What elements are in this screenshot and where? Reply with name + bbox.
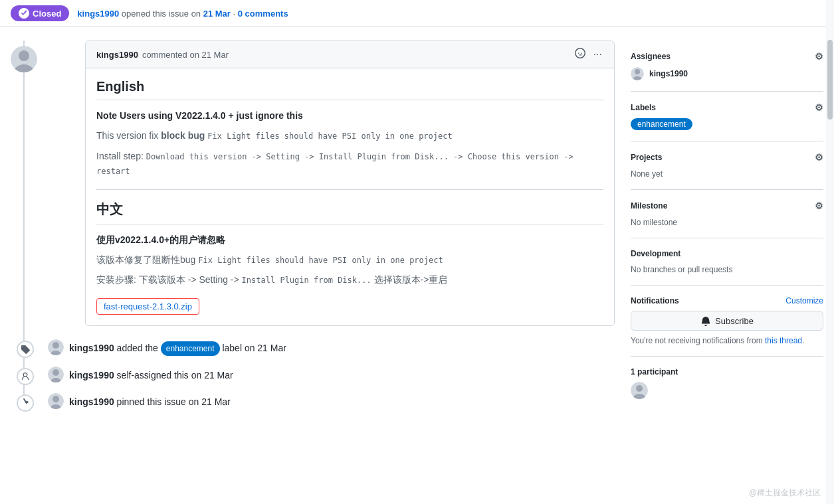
main-comment-wrapper: kings1990 commented on 21 Mar ··· (48, 41, 615, 326)
install-prefix: Install step: (96, 151, 146, 161)
header-meta: kings1990 opened this issue on 21 Mar · … (77, 9, 288, 19)
chinese-install-code: Install Plugin from Disk... (242, 276, 371, 285)
install-line: Install step: Download this version -> S… (96, 149, 603, 179)
activity-pin: kings1990 pinned this issue on 21 Mar (48, 393, 615, 409)
watermark: @稀土掘金技术社区 (749, 487, 821, 499)
enhancement-badge-activity: enhancement (161, 341, 220, 356)
fix-bold: block bug (161, 130, 205, 141)
content-area: kings1990 commented on 21 Mar ··· (11, 41, 615, 420)
participant-avatar-svg (631, 382, 648, 399)
participant-avatar (631, 382, 648, 399)
fix-prefix: This version fix (96, 130, 161, 141)
activity-avatar-label (48, 339, 64, 355)
smiley-icon (575, 48, 585, 58)
fix-code: Fix Light files should have PSI only in … (207, 131, 452, 141)
chinese-fix-prefix: 该版本修复了阻断性bug (96, 254, 195, 265)
activity-pin-avatar-svg (48, 393, 64, 409)
notifications-section: Notifications Customize Subscribe You're… (631, 286, 823, 357)
milestone-gear-icon[interactable]: ⚙ (815, 201, 823, 211)
this-thread-link[interactable]: this thread (765, 336, 802, 345)
comment-body: English Note Users using V2022.1.4.0 + j… (86, 68, 614, 325)
avatar-svg (11, 46, 37, 72)
commenter-name-link[interactable]: kings1990 (96, 50, 138, 60)
header-bar: Closed kings1990 opened this issue on 21… (0, 0, 834, 27)
milestone-title: Milestone ⚙ (631, 201, 823, 211)
closed-badge: Closed (11, 5, 69, 21)
assignees-section: Assignees ⚙ kings1990 (631, 41, 823, 92)
comment-date: commented on 21 Mar (142, 50, 229, 60)
scrollbar[interactable] (826, 0, 834, 504)
english-heading: English (96, 79, 603, 100)
tag-icon (21, 345, 30, 354)
install-code: Download this version -> Setting -> Inst… (96, 152, 573, 176)
svg-point-1 (19, 50, 29, 61)
pin-icon (21, 398, 30, 408)
issue-date-link[interactable]: 21 Mar (203, 9, 231, 19)
svg-point-16 (636, 385, 643, 392)
svg-point-4 (52, 342, 59, 349)
closed-label: Closed (33, 9, 61, 19)
chinese-install-prefix: 安装步骤: 下载该版本 -> Setting -> (96, 274, 242, 285)
chinese-fix-line: 该版本修复了阻断性bug Fix Light files should have… (96, 252, 603, 267)
milestone-section: Milestone ⚙ No milestone (631, 190, 823, 238)
subscribe-label: Subscribe (715, 316, 754, 326)
chinese-heading: 中文 (96, 201, 603, 224)
more-options-button[interactable]: ··· (592, 47, 603, 62)
activity-assign-text: kings1990 self-assigned this on 21 Mar (69, 367, 233, 382)
assign-activity-icon (17, 368, 34, 385)
svg-point-7 (52, 369, 59, 376)
label-activity-icon (17, 341, 34, 358)
issue-author-link[interactable]: kings1990 (77, 9, 119, 19)
chinese-install-line: 安装步骤: 下载该版本 -> Setting -> Install Plugin… (96, 272, 603, 287)
emoji-reaction-button[interactable] (573, 46, 587, 62)
chinese-section: 中文 使用v2022.1.4.0+的用户请忽略 该版本修复了阻断性bug Fix… (96, 201, 603, 315)
activity-assign-author-link[interactable]: kings1990 (69, 370, 114, 380)
person-icon (21, 372, 30, 381)
activity-assign-content: kings1990 self-assigned this on 21 Mar (48, 367, 233, 382)
sidebar: Assignees ⚙ kings1990 Labels ⚙ e (631, 41, 823, 420)
comment-avatar-wrapper (11, 46, 37, 72)
comment-box: kings1990 commented on 21 Mar ··· (85, 41, 615, 326)
development-section: Development No branches or pull requests (631, 238, 823, 286)
comment-header-right: ··· (573, 46, 603, 62)
activity-label-content: kings1990 added the enhancement label on… (48, 339, 286, 356)
attachment-link[interactable]: fast-request-2.1.3.0.zip (96, 298, 199, 315)
projects-title: Projects ⚙ (631, 152, 823, 163)
activity-label-text: kings1990 added the enhancement label on… (69, 339, 286, 356)
projects-gear-icon[interactable]: ⚙ (815, 152, 823, 163)
activity-label: kings1990 added the enhancement label on… (48, 339, 615, 356)
notifications-title: Notifications Customize (631, 296, 823, 305)
labels-section: Labels ⚙ enhancement (631, 92, 823, 141)
chinese-title: 使用v2022.1.4.0+的用户请忽略 (96, 232, 603, 247)
assignees-gear-icon[interactable]: ⚙ (815, 51, 823, 62)
main-layout: kings1990 commented on 21 Mar ··· (0, 27, 834, 433)
participants-title: 1 participant (631, 367, 823, 377)
projects-section: Projects ⚙ None yet (631, 141, 823, 190)
chinese-fix-code: Fix Light files should have PSI only in … (198, 256, 443, 265)
milestone-value: No milestone (631, 218, 677, 227)
notification-text: You're not receiving notifications from … (631, 336, 823, 345)
labels-gear-icon[interactable]: ⚙ (815, 102, 823, 113)
comments-link[interactable]: 0 comments (238, 9, 288, 19)
participants-section: 1 participant (631, 357, 823, 410)
development-title: Development (631, 249, 823, 258)
comment-header-left: kings1990 commented on 21 Mar (96, 50, 229, 60)
assignees-value: kings1990 (631, 67, 823, 80)
pin-activity-icon (17, 394, 34, 412)
activity-pin-author-link[interactable]: kings1990 (69, 396, 114, 407)
fix-line1: This version fix block bug Fix Light fil… (96, 128, 603, 143)
activity-avatar-assign (48, 367, 64, 382)
scrollbar-thumb[interactable] (827, 40, 833, 120)
activity-avatar-pin (48, 393, 64, 409)
activity-assign-avatar-svg (48, 367, 64, 382)
subscribe-button[interactable]: Subscribe (631, 311, 823, 331)
svg-point-13 (635, 69, 640, 74)
assignees-title: Assignees ⚙ (631, 51, 823, 62)
customize-link[interactable]: Customize (785, 296, 823, 305)
activity-avatar-svg (48, 339, 64, 355)
assignee-name: kings1990 (649, 69, 688, 78)
activity-pin-text: kings1990 pinned this issue on 21 Mar (69, 393, 231, 409)
activity-author-link[interactable]: kings1990 (69, 343, 114, 353)
development-value: No branches or pull requests (631, 265, 732, 274)
assignee-avatar-svg (631, 67, 644, 80)
